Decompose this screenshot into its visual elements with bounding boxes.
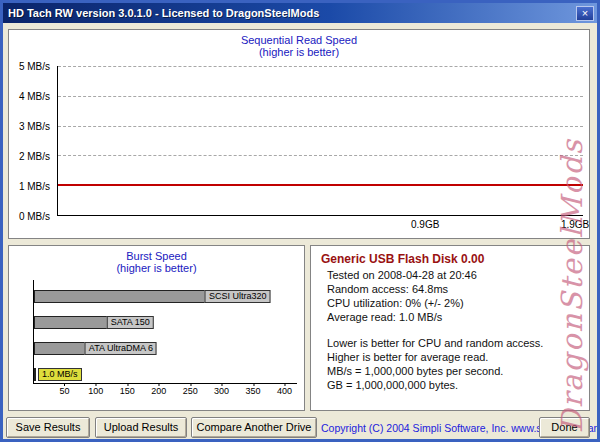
result-notes: Lower is better for CPU and random acces… (321, 336, 579, 392)
burst-chart-subtitle: (higher is better) (9, 262, 304, 274)
burst-chart-title: Burst Speed (9, 246, 304, 262)
save-results-button[interactable]: Save Results (6, 417, 90, 438)
burst-plot-area: SCSI Ultra320SATA 150ATA UltraDMA 61.0 M… (33, 280, 297, 384)
result-detail: Average read: 1.0 MB/s (327, 310, 579, 324)
window-content: Sequential Read Speed (higher is better)… (3, 23, 597, 439)
x-tick-label: 100 (88, 386, 103, 396)
y-tick-label: 0 MB/s (19, 211, 50, 222)
bar-label: SCSI Ultra320 (205, 290, 271, 303)
y-tick-label: 1 MB/s (19, 181, 50, 192)
x-tick-label: 200 (151, 386, 166, 396)
result-note: MB/s = 1,000,000 bytes per second. (327, 364, 579, 378)
bar-row: 1.0 MB/s (34, 368, 297, 382)
sequential-chart-title: Sequential Read Speed (9, 30, 589, 46)
sequential-plot-area (57, 66, 583, 216)
result-details: Tested on 2008-04-28 at 20:46Random acce… (321, 268, 579, 324)
done-button[interactable]: Done (539, 417, 590, 438)
bar-label: ATA UltraDMA 6 (85, 342, 157, 355)
app-window: HD Tach RW version 3.0.1.0 - Licensed to… (0, 0, 600, 442)
compare-another-drive-button[interactable]: Compare Another Drive (191, 417, 317, 438)
sequential-x-axis: 0.9GB1.9GB (57, 219, 583, 233)
result-detail: CPU utilization: 0% (+/- 2%) (327, 296, 579, 310)
bar-row: ATA UltraDMA 6 (34, 342, 297, 356)
y-tick-label: 3 MB/s (19, 121, 50, 132)
y-tick-label: 4 MB/s (19, 91, 50, 102)
title-bar: HD Tach RW version 3.0.1.0 - Licensed to… (3, 3, 597, 23)
gridline (58, 66, 583, 67)
bar-label: SATA 150 (107, 316, 154, 329)
bar-row: SCSI Ultra320 (34, 290, 297, 304)
sequential-y-axis: 5 MB/s4 MB/s3 MB/s2 MB/s1 MB/s0 MB/s (9, 66, 53, 216)
burst-bar (34, 368, 36, 381)
gridline (58, 155, 583, 156)
burst-x-axis: 50100150200250300350400 (33, 386, 297, 400)
x-tick-label: 250 (183, 386, 198, 396)
x-tick-label: 150 (120, 386, 135, 396)
sequential-read-chart: Sequential Read Speed (higher is better)… (8, 29, 590, 239)
gridline (58, 126, 583, 127)
window-title: HD Tach RW version 3.0.1.0 - Licensed to… (8, 7, 319, 19)
gridline (58, 96, 583, 97)
x-tick-label: 1.9GB (561, 219, 589, 230)
result-note: Lower is better for CPU and random acces… (327, 336, 579, 350)
drive-name: Generic USB Flash Disk 0.00 (321, 252, 579, 266)
bar-label: 1.0 MB/s (38, 368, 82, 381)
close-icon: × (582, 7, 588, 19)
x-tick-label: 300 (214, 386, 229, 396)
x-tick-label: 50 (59, 386, 69, 396)
result-note: Higher is better for average read. (327, 350, 579, 364)
results-panel: Generic USB Flash Disk 0.00 Tested on 20… (310, 245, 590, 411)
y-tick-label: 2 MB/s (19, 151, 50, 162)
y-tick-label: 5 MB/s (19, 61, 50, 72)
x-tick-label: 350 (245, 386, 260, 396)
x-tick-label: 400 (277, 386, 292, 396)
bar-row: SATA 150 (34, 316, 297, 330)
burst-speed-chart: Burst Speed (higher is better) SCSI Ultr… (8, 245, 305, 411)
result-detail: Random access: 64.8ms (327, 282, 579, 296)
average-read-line (58, 184, 583, 186)
upload-results-button[interactable]: Upload Results (95, 417, 187, 438)
sequential-chart-subtitle: (higher is better) (9, 46, 589, 58)
result-detail: Tested on 2008-04-28 at 20:46 (327, 268, 579, 282)
x-tick-label: 0.9GB (411, 219, 439, 230)
close-button[interactable]: × (576, 6, 594, 21)
result-note: GB = 1,000,000,000 bytes. (327, 378, 579, 392)
